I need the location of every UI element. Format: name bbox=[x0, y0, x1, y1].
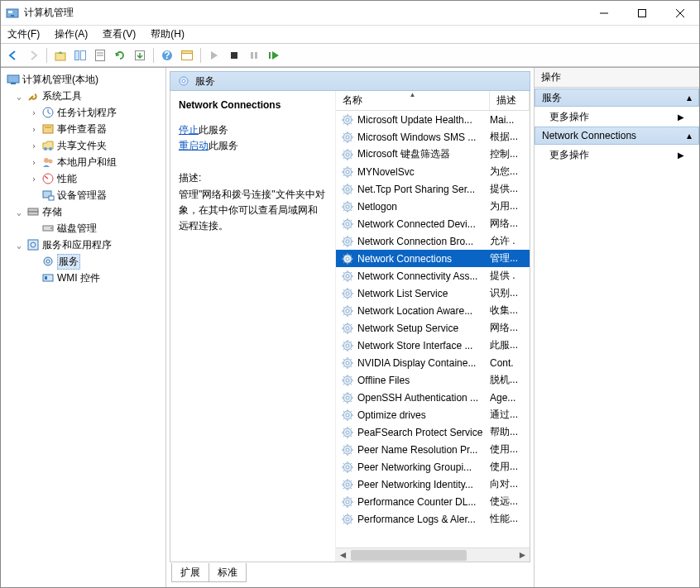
tab-extended[interactable]: 扩展 bbox=[171, 563, 209, 582]
column-description[interactable]: 描述 bbox=[490, 91, 530, 110]
menu-bar: 文件(F) 操作(A) 查看(V) 帮助(H) bbox=[1, 26, 699, 44]
actions-section-services[interactable]: 服务 ▴ bbox=[535, 88, 699, 107]
stop-service-button[interactable] bbox=[225, 46, 243, 65]
service-row[interactable]: Peer Networking Identity...向对... bbox=[336, 476, 530, 493]
minimize-button[interactable] bbox=[585, 1, 623, 26]
tree-shared-folders[interactable]: ›共享文件夹 bbox=[1, 137, 165, 154]
tree-task-scheduler[interactable]: ›任务计划程序 bbox=[1, 104, 165, 121]
svg-point-29 bbox=[44, 158, 49, 163]
tree-root[interactable]: 计算机管理(本地) bbox=[1, 71, 165, 88]
service-row[interactable]: Optimize drives通过... bbox=[336, 406, 530, 423]
tree-performance[interactable]: ›性能 bbox=[1, 170, 165, 187]
service-row[interactable]: Performance Counter DL...使远... bbox=[336, 493, 530, 510]
service-row[interactable]: Netlogon为用... bbox=[336, 198, 530, 215]
start-service-button[interactable] bbox=[205, 46, 223, 65]
refresh-button[interactable] bbox=[111, 46, 129, 65]
tree-disk-management[interactable]: 磁盘管理 bbox=[1, 220, 165, 237]
expand-icon[interactable]: › bbox=[29, 125, 39, 134]
service-row[interactable]: Microsoft Windows SMS ...根据... bbox=[336, 128, 530, 146]
service-name: Offline Files bbox=[357, 375, 490, 386]
svg-point-37 bbox=[50, 227, 52, 229]
menu-file[interactable]: 文件(F) bbox=[4, 26, 43, 43]
expand-icon[interactable]: › bbox=[29, 108, 39, 117]
view-detail-button[interactable] bbox=[178, 46, 196, 65]
expand-icon[interactable]: › bbox=[29, 141, 39, 151]
actions-section-selected[interactable]: Network Connections ▴ bbox=[535, 127, 699, 145]
actions-more-2[interactable]: 更多操作 ▶ bbox=[535, 145, 699, 165]
service-row[interactable]: NVIDIA Display Containe...Cont. bbox=[336, 354, 530, 371]
scroll-left-icon[interactable]: ◄ bbox=[336, 548, 350, 562]
scroll-right-icon[interactable]: ► bbox=[515, 548, 530, 562]
expand-icon[interactable]: › bbox=[29, 158, 39, 167]
svg-rect-22 bbox=[7, 75, 19, 83]
stop-link[interactable]: 停止 bbox=[179, 124, 199, 136]
service-row[interactable]: Network Store Interface ...此服... bbox=[336, 337, 530, 354]
service-row[interactable]: Net.Tcp Port Sharing Ser...提供... bbox=[336, 180, 530, 198]
service-row[interactable]: Peer Networking Groupi...使用... bbox=[336, 458, 530, 476]
actions-more-1[interactable]: 更多操作 ▶ bbox=[535, 107, 699, 127]
tree-system-tools[interactable]: ⌄ 系统工具 bbox=[1, 88, 165, 104]
pause-service-button[interactable] bbox=[245, 46, 263, 65]
tree-event-viewer[interactable]: ›事件查看器 bbox=[1, 121, 165, 137]
content-header: 服务 bbox=[170, 71, 530, 91]
storage-icon bbox=[26, 205, 40, 218]
service-row[interactable]: Network Connections管理... bbox=[336, 250, 530, 267]
collapse-icon[interactable]: ⌄ bbox=[14, 92, 24, 101]
tree-services-apps[interactable]: ⌄服务和应用程序 bbox=[1, 237, 165, 253]
column-name[interactable]: ▲名称 bbox=[336, 91, 490, 110]
service-row[interactable]: Network Connected Devi...网络... bbox=[336, 215, 530, 232]
navigation-tree[interactable]: 计算机管理(本地) ⌄ 系统工具 ›任务计划程序 ›事件查看器 ›共享文件夹 ›… bbox=[1, 68, 166, 587]
description-text: 管理"网络和拨号连接"文件夹中对象，在其中你可以查看局域网和远程连接。 bbox=[179, 187, 327, 235]
tab-standard[interactable]: 标准 bbox=[209, 563, 247, 582]
back-button[interactable] bbox=[4, 46, 22, 65]
svg-rect-34 bbox=[28, 208, 38, 212]
restart-link[interactable]: 重启动 bbox=[179, 140, 209, 151]
up-button[interactable] bbox=[51, 46, 70, 65]
tree-wmi-control[interactable]: WMI 控件 bbox=[1, 270, 165, 286]
service-row[interactable]: Microsoft Update Health...Mai... bbox=[336, 111, 530, 128]
forward-button[interactable] bbox=[24, 46, 42, 65]
close-button[interactable] bbox=[661, 1, 699, 26]
sort-asc-icon: ▲ bbox=[410, 91, 416, 98]
tree-device-manager[interactable]: 设备管理器 bbox=[1, 187, 165, 203]
service-row[interactable]: MYNovelSvc为您... bbox=[336, 163, 530, 180]
scroll-thumb[interactable] bbox=[351, 550, 467, 561]
export-button[interactable] bbox=[131, 46, 149, 65]
properties-button[interactable] bbox=[91, 46, 109, 65]
tree-storage[interactable]: ⌄存储 bbox=[1, 203, 165, 220]
tree-local-users[interactable]: ›本地用户和组 bbox=[1, 154, 165, 170]
svg-rect-21 bbox=[269, 52, 271, 59]
menu-help[interactable]: 帮助(H) bbox=[147, 26, 188, 43]
svg-point-71 bbox=[346, 327, 349, 330]
service-name: Netlogon bbox=[357, 201, 490, 213]
help-button[interactable]: ? bbox=[158, 46, 176, 65]
svg-rect-19 bbox=[251, 52, 253, 59]
svg-point-89 bbox=[346, 483, 349, 486]
service-row[interactable]: Network Connection Bro...允许 . bbox=[336, 232, 530, 250]
service-row[interactable]: Network Connectivity Ass...提供 . bbox=[336, 267, 530, 284]
service-row[interactable]: Microsoft 键盘筛选器控制... bbox=[336, 146, 530, 163]
svg-rect-2 bbox=[11, 15, 14, 17]
collapse-icon[interactable]: ⌄ bbox=[14, 208, 24, 217]
horizontal-scrollbar[interactable]: ◄ ► bbox=[336, 547, 530, 562]
menu-view[interactable]: 查看(V) bbox=[99, 26, 139, 43]
service-row[interactable]: Network Setup Service网络... bbox=[336, 319, 530, 337]
service-row[interactable]: Performance Logs & Aler...性能... bbox=[336, 510, 530, 528]
menu-action[interactable]: 操作(A) bbox=[51, 26, 91, 43]
service-row[interactable]: PeaFSearch Protect Service帮助... bbox=[336, 423, 530, 441]
collapse-icon[interactable]: ⌄ bbox=[14, 241, 24, 250]
service-row[interactable]: Peer Name Resolution Pr...使用... bbox=[336, 441, 530, 458]
service-row[interactable]: Network List Service识别... bbox=[336, 284, 530, 302]
service-row[interactable]: Network Location Aware...收集... bbox=[336, 302, 530, 319]
service-name: Network Store Interface ... bbox=[357, 340, 490, 351]
service-row[interactable]: Offline Files脱机... bbox=[336, 371, 530, 389]
show-hide-tree-button[interactable] bbox=[71, 46, 89, 65]
expand-icon[interactable]: › bbox=[29, 174, 39, 184]
service-row[interactable]: OpenSSH Authentication ...Age... bbox=[336, 389, 530, 406]
restart-service-button[interactable] bbox=[265, 46, 283, 65]
svg-rect-17 bbox=[182, 50, 193, 53]
list-body[interactable]: Microsoft Update Health...Mai...Microsof… bbox=[336, 111, 530, 547]
svg-rect-4 bbox=[639, 9, 646, 17]
tree-services[interactable]: 服务 bbox=[1, 253, 165, 270]
maximize-button[interactable] bbox=[623, 1, 661, 26]
